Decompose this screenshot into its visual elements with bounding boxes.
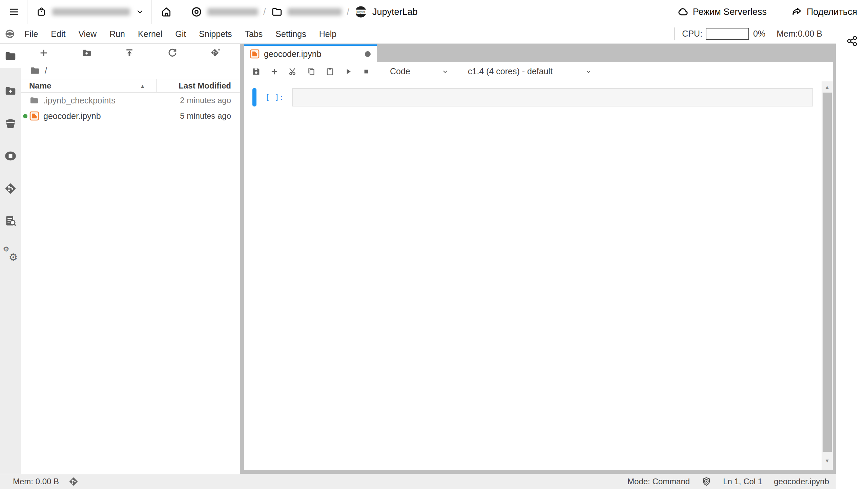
- save-icon: [251, 67, 261, 76]
- hamburger-menu-button[interactable]: [9, 6, 20, 17]
- paste-icon: [325, 67, 335, 76]
- sidebar-tab-inspector[interactable]: [0, 205, 21, 237]
- trust-shield-icon[interactable]: [701, 476, 711, 487]
- kernel-select[interactable]: c1.4 (4 cores) - default: [468, 66, 593, 76]
- refresh-button[interactable]: [167, 48, 178, 58]
- redacted-breadcrumb-item[interactable]: [288, 8, 342, 16]
- unsaved-changes-dot[interactable]: [365, 51, 371, 57]
- paste-cells-button[interactable]: [325, 67, 335, 76]
- menu-settings[interactable]: Settings: [269, 24, 312, 44]
- folder-plus-icon: [82, 48, 92, 58]
- tab-geocoder-ipynb[interactable]: geocoder.ipynb: [244, 44, 377, 62]
- serverless-mode-button[interactable]: Режим Serverless: [678, 6, 767, 17]
- folder-icon: [4, 50, 17, 62]
- new-folder-button[interactable]: [82, 48, 92, 58]
- sidebar-tab-file-browser[interactable]: [0, 44, 21, 68]
- scrollbar-thumb[interactable]: [823, 93, 832, 452]
- git-clone-button[interactable]: [210, 47, 221, 58]
- git-icon[interactable]: [68, 476, 79, 487]
- menu-view[interactable]: View: [72, 24, 103, 44]
- scroll-up-icon[interactable]: ▲: [822, 84, 833, 90]
- file-modified: 5 minutes ago: [101, 111, 240, 121]
- file-row-geocoder[interactable]: geocoder.ipynb 5 minutes ago: [21, 108, 240, 124]
- menubar-divider: [674, 27, 675, 40]
- upload-button[interactable]: [124, 48, 135, 58]
- home-button[interactable]: [161, 6, 172, 18]
- file-modified: 2 minutes ago: [116, 96, 240, 105]
- project-switcher[interactable]: [36, 7, 144, 17]
- home-icon: [161, 6, 172, 18]
- save-button[interactable]: [251, 67, 261, 76]
- stop-icon: [362, 67, 371, 76]
- menu-edit[interactable]: Edit: [44, 24, 72, 44]
- cell-collapser[interactable]: [252, 88, 256, 106]
- cell-editor[interactable]: [292, 88, 813, 106]
- breadcrumb-separator: /: [263, 7, 266, 17]
- add-cell-button[interactable]: [270, 67, 279, 76]
- sidebar-tab-git[interactable]: [0, 172, 21, 205]
- menu-git[interactable]: Git: [169, 24, 192, 44]
- kernel-running-dot: [23, 114, 27, 118]
- jupyterlab-label: JupyterLab: [372, 7, 418, 17]
- copy-icon: [307, 67, 316, 76]
- menu-help[interactable]: Help: [313, 24, 343, 44]
- chevron-down-icon: [584, 67, 593, 76]
- cursor-position[interactable]: Ln 1, Col 1: [723, 477, 762, 486]
- menu-tabs[interactable]: Tabs: [239, 24, 269, 44]
- cpu-progress-bar: [706, 28, 749, 40]
- sidebar-tab-settings[interactable]: ⚙ ⚙: [0, 237, 21, 270]
- file-row-checkpoints[interactable]: .ipynb_checkpoints 2 minutes ago: [21, 93, 240, 108]
- run-icon: [344, 67, 353, 76]
- folder-icon: [30, 65, 40, 76]
- serverless-label: Режим Serverless: [693, 7, 767, 17]
- run-cell-button[interactable]: [344, 67, 353, 76]
- redacted-breadcrumb-item[interactable]: [207, 8, 258, 16]
- file-browser-breadcrumb[interactable]: /: [21, 62, 240, 79]
- menubar-divider: [343, 27, 343, 41]
- status-bar: Mem: 0.00 B Mode: Command Ln 1, Col 1 ge…: [0, 474, 836, 489]
- main-area: ⚙ ⚙: [0, 44, 836, 474]
- breadcrumb: / / jupyter JupyterLab: [191, 5, 418, 18]
- menu-file[interactable]: File: [18, 24, 44, 44]
- scroll-down-icon[interactable]: ▼: [822, 458, 833, 464]
- active-file-name[interactable]: geocoder.ipynb: [774, 477, 829, 486]
- svg-text:jupyter: jupyter: [356, 10, 365, 14]
- new-launcher-button[interactable]: [39, 48, 49, 58]
- top-bar: / / jupyter JupyterLab Режим Serverless …: [0, 0, 868, 24]
- notebook-toolbar: Code c1.4 (4 cores) - default: [244, 62, 833, 81]
- share-graph-button[interactable]: [845, 34, 859, 48]
- name-header-label: Name: [29, 81, 51, 91]
- mode-indicator[interactable]: Mode: Command: [627, 477, 690, 486]
- topbar-divider: [779, 0, 779, 24]
- share-graph-icon: [846, 35, 858, 47]
- sidebar-tab-bucket[interactable]: [0, 107, 21, 140]
- sidebar-tab-new-folder[interactable]: [0, 75, 21, 107]
- share-button[interactable]: Поделиться: [791, 6, 857, 17]
- sort-ascending-icon: ▲: [140, 83, 145, 89]
- stop-kernel-button[interactable]: [362, 67, 371, 76]
- bucket-icon: [4, 117, 17, 130]
- column-header-modified[interactable]: Last Modified: [157, 81, 240, 91]
- cell-type-select[interactable]: Code: [390, 66, 449, 76]
- notebook-scrollbar[interactable]: ▲ ▼: [822, 81, 833, 470]
- jupyter-logo-icon: jupyter: [354, 5, 367, 18]
- topbar-divider: [27, 0, 27, 24]
- menu-snippets[interactable]: Snippets: [192, 24, 238, 44]
- menu-kernel[interactable]: Kernel: [131, 24, 169, 44]
- target-icon: [191, 6, 202, 18]
- notebook-content: [ ]:: [244, 81, 833, 470]
- folder-icon: [29, 96, 39, 105]
- plus-icon: [270, 67, 279, 76]
- plus-icon: [39, 48, 49, 58]
- refresh-icon: [167, 48, 178, 58]
- cut-cells-button[interactable]: [288, 67, 297, 76]
- stop-circle-icon: [4, 150, 17, 162]
- menu-run[interactable]: Run: [103, 24, 131, 44]
- column-header-name[interactable]: Name ▲: [21, 79, 157, 92]
- upload-icon: [124, 48, 135, 58]
- copy-cells-button[interactable]: [307, 67, 316, 76]
- sidebar-tab-running[interactable]: [0, 140, 21, 172]
- folder-icon: [271, 6, 283, 18]
- chevron-down-icon: [441, 67, 449, 76]
- git-icon: [4, 182, 17, 195]
